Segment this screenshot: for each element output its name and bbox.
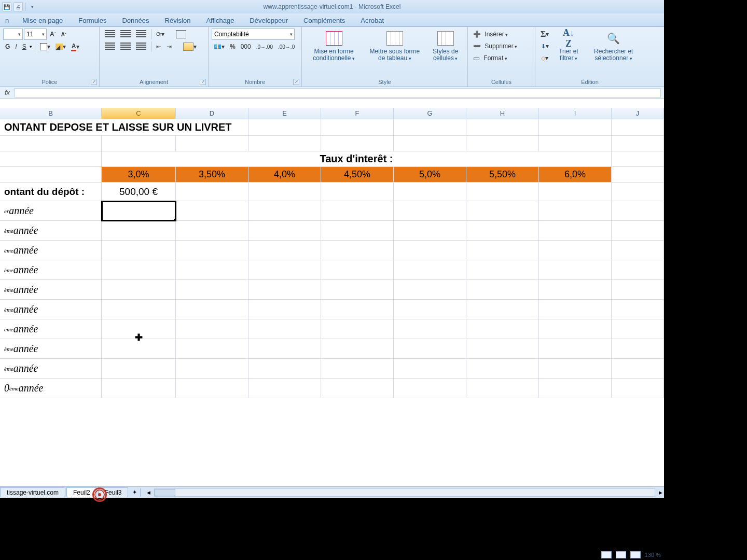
- shrink-font-button[interactable]: Aˇ: [59, 29, 68, 40]
- scroll-left-icon[interactable]: ◀: [145, 490, 152, 495]
- italic-button[interactable]: I: [13, 41, 19, 52]
- cell-year-label-5[interactable]: ème année: [0, 280, 102, 300]
- cell-interest-heading[interactable]: Taux d'interêt :: [102, 151, 612, 167]
- format-as-table-button[interactable]: Mettre sous forme de tableau: [365, 29, 424, 63]
- sheet-tab-1[interactable]: tissage-virtuel.com: [0, 487, 65, 497]
- save-icon[interactable]: 💾: [2, 2, 11, 11]
- ribbon-tab-layout[interactable]: Mise en page: [15, 15, 70, 26]
- col-header-d[interactable]: D: [176, 108, 248, 119]
- col-header-c[interactable]: C: [102, 108, 176, 119]
- cell-rate-2[interactable]: 4,0%: [248, 167, 321, 183]
- bold-button[interactable]: G: [3, 41, 12, 52]
- row-year-10: 0ème année: [0, 379, 664, 398]
- alignment-dialog-icon[interactable]: ⤢: [200, 79, 206, 85]
- autosum-button[interactable]: Σ ▾: [538, 29, 551, 40]
- cell-year-label-4[interactable]: ème année: [0, 260, 102, 280]
- delete-button[interactable]: Supprimer: [471, 40, 519, 52]
- cell-year-label-8[interactable]: ème année: [0, 339, 102, 359]
- col-header-h[interactable]: H: [466, 108, 539, 119]
- ribbon-tab-view[interactable]: Affichage: [199, 15, 241, 26]
- ribbon-tab-review[interactable]: Révision: [158, 15, 198, 26]
- horizontal-scrollbar[interactable]: [154, 488, 655, 497]
- percent-button[interactable]: %: [228, 41, 238, 52]
- cell-year-label-9[interactable]: ème année: [0, 359, 102, 379]
- cell-rate-6[interactable]: 6,0%: [539, 167, 612, 183]
- sort-filter-button[interactable]: A↓Z Trier et filtrer: [554, 29, 583, 63]
- col-header-j[interactable]: J: [612, 108, 664, 119]
- cell-year-label-3[interactable]: ème année: [0, 241, 102, 260]
- zoom-level[interactable]: 130 %: [645, 552, 661, 558]
- cell-year-label-10[interactable]: 0ème année: [0, 379, 102, 398]
- conditional-format-button[interactable]: Mise en forme conditionnelle: [305, 29, 363, 63]
- qat-dropdown-icon[interactable]: ▾: [31, 4, 34, 9]
- cell-styles-button[interactable]: Styles de cellules: [426, 29, 464, 63]
- increase-decimal-button[interactable]: .0→.00: [254, 41, 275, 52]
- grow-font-button[interactable]: Aˆ: [48, 29, 58, 40]
- font-dialog-icon[interactable]: ⤢: [91, 79, 97, 85]
- page-break-view-button[interactable]: [630, 551, 641, 558]
- accounting-format-button[interactable]: 💶▾: [212, 41, 227, 52]
- col-header-e[interactable]: E: [248, 108, 321, 119]
- orientation-button[interactable]: ⟳▾: [154, 29, 167, 40]
- cell-rate-4[interactable]: 5,0%: [394, 167, 466, 183]
- active-cell[interactable]: [102, 201, 176, 221]
- align-right-button[interactable]: [134, 41, 148, 52]
- align-center-button[interactable]: [118, 41, 133, 52]
- underline-dropdown-icon[interactable]: ▾: [30, 44, 32, 49]
- cell-title[interactable]: ONTANT DEPOSE ET LAISSE SUR UN LIVRET: [0, 119, 102, 136]
- clear-button[interactable]: ▾: [538, 52, 551, 64]
- align-top-button[interactable]: [103, 29, 117, 40]
- align-left-button[interactable]: [103, 41, 117, 52]
- ribbon-tab-partial[interactable]: n: [2, 15, 14, 26]
- col-header-f[interactable]: F: [321, 108, 394, 119]
- ribbon-tab-formulas[interactable]: Formules: [71, 15, 114, 26]
- cell-rate-3[interactable]: 4,50%: [321, 167, 394, 183]
- cell-deposit-value[interactable]: 500,00 €: [102, 183, 176, 201]
- number-format-combo[interactable]: Comptabilité: [212, 29, 295, 40]
- ribbon-tab-data[interactable]: Données: [115, 15, 156, 26]
- align-bottom-button[interactable]: [134, 29, 148, 40]
- print-icon[interactable]: 🖨: [13, 2, 23, 11]
- merge-button[interactable]: ▾: [181, 41, 199, 52]
- borders-button[interactable]: ▾: [38, 41, 52, 52]
- font-color-button[interactable]: A▾: [69, 41, 82, 52]
- ribbon-tab-addins[interactable]: Compléments: [296, 15, 352, 26]
- find-select-button[interactable]: Rechercher et sélectionner: [586, 29, 641, 63]
- col-header-g[interactable]: G: [394, 108, 466, 119]
- window-title: www.apprentissage-virtuel.com1 - Microso…: [264, 3, 401, 10]
- spreadsheet-grid[interactable]: B C D E F G H I J ONTANT DEPOSE ET LAISS…: [0, 99, 664, 486]
- cell-year-label-2[interactable]: ème année: [0, 221, 102, 241]
- insert-button[interactable]: Insérer: [471, 29, 510, 40]
- scroll-right-icon[interactable]: ▶: [657, 490, 664, 495]
- cell-rate-5[interactable]: 5,50%: [466, 167, 539, 183]
- col-header-i[interactable]: I: [539, 108, 612, 119]
- new-sheet-icon[interactable]: ✦: [129, 489, 140, 496]
- cell-rate-0[interactable]: 3,0%: [102, 167, 176, 183]
- fx-button[interactable]: fx: [0, 89, 15, 96]
- font-name-combo[interactable]: [3, 29, 23, 40]
- formula-input[interactable]: [15, 88, 661, 97]
- align-middle-button[interactable]: [118, 29, 133, 40]
- normal-view-button[interactable]: [601, 551, 612, 558]
- ribbon-tab-acrobat[interactable]: Acrobat: [353, 15, 391, 26]
- format-button[interactable]: Format: [471, 52, 509, 64]
- number-dialog-icon[interactable]: ⤢: [293, 79, 299, 85]
- cell-year-label-7[interactable]: ème année: [0, 319, 102, 339]
- ribbon-tab-developer[interactable]: Développeur: [242, 15, 295, 26]
- thousand-sep-button[interactable]: 000: [239, 41, 253, 52]
- fill-button[interactable]: ▾: [538, 40, 551, 52]
- increase-indent-button[interactable]: ⇥: [164, 41, 174, 52]
- cell-year-label-1[interactable]: er année: [0, 201, 102, 221]
- cell-rate-1[interactable]: 3,50%: [176, 167, 248, 183]
- decrease-indent-button[interactable]: ⇤: [154, 41, 163, 52]
- wrap-text-button[interactable]: [174, 29, 188, 40]
- fill-color-button[interactable]: ◢▾: [53, 41, 68, 52]
- font-size-combo[interactable]: 11: [24, 29, 47, 40]
- underline-button[interactable]: S: [20, 41, 29, 52]
- col-header-b[interactable]: B: [0, 108, 102, 119]
- group-font: 11 Aˆ Aˇ G I S ▾ ▾ ◢▾ A▾ Police⤢: [0, 27, 100, 87]
- cell-year-label-6[interactable]: ème année: [0, 300, 102, 319]
- page-layout-view-button[interactable]: [616, 551, 626, 558]
- decrease-decimal-button[interactable]: .00→.0: [276, 41, 297, 52]
- cell-deposit-label[interactable]: ontant du dépôt :: [0, 183, 102, 201]
